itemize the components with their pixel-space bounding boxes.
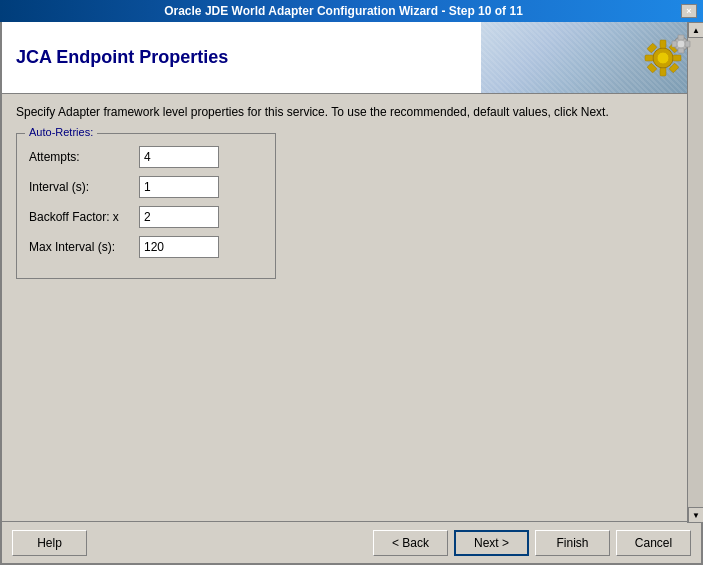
svg-rect-14: [672, 41, 677, 47]
group-label: Auto-Retries:: [25, 126, 97, 138]
svg-rect-15: [685, 41, 690, 47]
interval-row: Interval (s):: [29, 176, 263, 198]
finish-button[interactable]: Finish: [535, 530, 610, 556]
window-body: JCA Endpoint Properties: [0, 22, 703, 565]
header-logo-section: [481, 22, 701, 93]
max-interval-label: Max Interval (s):: [29, 240, 139, 254]
svg-rect-4: [645, 55, 653, 61]
title-bar: Oracle JDE World Adapter Configuration W…: [0, 0, 703, 22]
svg-rect-5: [673, 55, 681, 61]
cancel-button[interactable]: Cancel: [616, 530, 691, 556]
content-area: Specify Adapter framework level properti…: [2, 94, 701, 521]
svg-point-11: [677, 40, 685, 48]
gear-icon: [635, 30, 691, 86]
interval-label: Interval (s):: [29, 180, 139, 194]
svg-rect-13: [678, 48, 684, 53]
scroll-track: [688, 38, 703, 507]
auto-retries-group: Auto-Retries: Attempts: Interval (s): Ba…: [16, 133, 276, 279]
back-button[interactable]: < Back: [373, 530, 448, 556]
max-interval-input[interactable]: [139, 236, 219, 258]
svg-point-1: [657, 52, 669, 64]
window-title: Oracle JDE World Adapter Configuration W…: [6, 4, 681, 18]
backoff-row: Backoff Factor: x: [29, 206, 263, 228]
next-button[interactable]: Next >: [454, 530, 529, 556]
window-controls: ×: [681, 4, 697, 18]
footer-area: Help < Back Next > Finish Cancel: [2, 521, 701, 563]
svg-rect-2: [660, 40, 666, 48]
backoff-label: Backoff Factor: x: [29, 210, 139, 224]
page-title: JCA Endpoint Properties: [16, 47, 228, 68]
header-area: JCA Endpoint Properties: [2, 22, 701, 94]
attempts-row: Attempts:: [29, 146, 263, 168]
help-button[interactable]: Help: [12, 530, 87, 556]
scroll-down-button[interactable]: ▼: [688, 507, 703, 523]
svg-rect-12: [678, 35, 684, 40]
interval-input[interactable]: [139, 176, 219, 198]
backoff-input[interactable]: [139, 206, 219, 228]
main-window: Oracle JDE World Adapter Configuration W…: [0, 0, 703, 565]
close-button[interactable]: ×: [681, 4, 697, 18]
scrollbar-right[interactable]: ▲ ▼: [687, 22, 703, 523]
max-interval-row: Max Interval (s):: [29, 236, 263, 258]
attempts-label: Attempts:: [29, 150, 139, 164]
footer-right: < Back Next > Finish Cancel: [373, 530, 691, 556]
svg-rect-3: [660, 68, 666, 76]
attempts-input[interactable]: [139, 146, 219, 168]
description-text: Specify Adapter framework level properti…: [16, 104, 687, 121]
header-title-section: JCA Endpoint Properties: [2, 22, 481, 93]
footer-left: Help: [12, 530, 87, 556]
